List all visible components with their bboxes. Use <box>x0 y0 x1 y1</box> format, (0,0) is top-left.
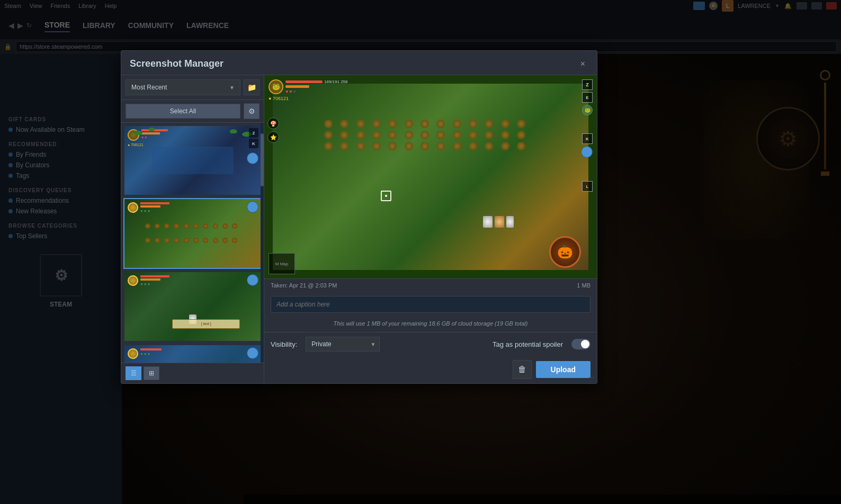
preview-size: 1 MB <box>577 282 591 289</box>
storage-info: This will use 1 MB of your remaining 18.… <box>264 317 597 332</box>
thumb-sign-3: [ text ] <box>172 319 240 329</box>
mini-map-label: M Map <box>275 262 288 266</box>
screenshot-manager-modal: Screenshot Manager × Most Recent ▼ 📁 Sel… <box>121 50 597 384</box>
thumb-screenshot-3: ● ● ● [ text ] <box>124 272 261 341</box>
preview-panel: 🐸 189/191 258 ♥ <box>264 75 597 383</box>
mini-map: M Map <box>269 253 295 274</box>
preview-image-area: 🐸 189/191 258 ♥ <box>264 75 597 278</box>
resize-handle[interactable]: ⋯ <box>588 374 595 381</box>
hud-avatar <box>581 146 593 158</box>
hud-key-z: Z <box>582 79 593 90</box>
thumb-player-icon-3 <box>128 275 138 286</box>
thumbnail-list[interactable]: ♥ ♥ ♥ ● 706121 Z K <box>121 123 264 363</box>
visibility-select[interactable]: Private Public Friends Only <box>306 337 380 352</box>
caption-area <box>264 292 597 317</box>
preview-meta: Taken: Apr 21 @ 2:03 PM 1 MB <box>264 278 597 292</box>
char-2 <box>495 216 504 228</box>
visibility-row: Visibility: Private Public Friends Only … <box>264 332 597 356</box>
mp-bar-row <box>285 85 348 88</box>
thumb-content-1 <box>151 147 233 174</box>
sort-dropdown[interactable]: Most Recent ▼ <box>126 79 240 95</box>
modal-header: Screenshot Manager × <box>121 51 597 75</box>
thumbnail-item[interactable]: ♥ ♥ ♥ ● 706121 Z K <box>123 125 262 196</box>
char-3 <box>506 216 514 228</box>
target-crosshair <box>381 191 391 201</box>
open-folder-button[interactable]: 📁 <box>244 79 260 95</box>
heart-1-icon: ♥ <box>285 89 288 94</box>
boss-icon: 🎃 <box>549 236 581 268</box>
hud-key-l: L <box>582 181 593 192</box>
heart-2-icon: ♥ <box>289 89 292 94</box>
health-bars: 189/191 258 ♥ ♥ ♥ <box>285 79 348 94</box>
settings-button[interactable]: ⚙ <box>244 103 260 119</box>
view-toggle: ☰ ⊞ <box>121 363 264 383</box>
sort-dropdown-text: Most Recent <box>131 84 229 91</box>
thumb-player-icon-2 <box>128 202 138 213</box>
health-bar-container: 🐸 189/191 258 ♥ <box>269 79 348 94</box>
thumb-screenshot-4: ● ● ● <box>124 345 261 363</box>
list-view-icon: ☰ <box>131 370 137 377</box>
mana-bar <box>285 85 309 88</box>
thumb-avatar-1 <box>247 152 258 164</box>
spoiler-toggle[interactable] <box>571 339 591 349</box>
thumb-hud-4: ● ● ● <box>140 348 162 356</box>
delete-button[interactable]: 🗑 <box>513 360 532 379</box>
game-hud: 🐸 189/191 258 ♥ <box>269 79 348 101</box>
grid-view-button[interactable]: ⊞ <box>144 366 159 380</box>
preview-border-trees <box>264 75 597 278</box>
enemy-grid <box>324 120 530 150</box>
coin-display: ● 706121 <box>269 96 348 101</box>
thumbnail-item-active[interactable]: ● ● ● <box>123 198 262 269</box>
hud-right: Z E 🐸 K L <box>581 79 593 192</box>
visibility-label: Visibility: <box>271 340 297 348</box>
action-row: 🗑 Upload <box>264 356 597 383</box>
modal-close-button[interactable]: × <box>577 59 588 69</box>
thumb-avatar-4 <box>247 347 258 359</box>
delete-icon: 🗑 <box>518 365 526 374</box>
thumb-screenshot-1: ♥ ♥ ♥ ● 706121 Z K <box>124 126 261 195</box>
hud-skill-icon: 🐸 <box>582 105 593 115</box>
hp-text: 189/191 258 <box>324 79 348 84</box>
select-all-row: Select All ⚙ <box>121 100 264 123</box>
folder-icon: 📁 <box>247 83 256 92</box>
thumb-hud-3: ● ● ● <box>140 275 169 286</box>
storage-text: This will use 1 MB of your remaining 18.… <box>334 320 528 327</box>
spoiler-label: Tag as potential spoiler <box>493 340 563 348</box>
thumbnail-controls: Most Recent ▼ 📁 <box>121 75 264 100</box>
thumbnail-item-3[interactable]: ● ● ● [ text ] <box>123 271 262 342</box>
select-all-button[interactable]: Select All <box>126 104 240 119</box>
scroll-thumb[interactable] <box>261 133 264 186</box>
thumbnail-item-4[interactable]: ● ● ● <box>123 344 262 363</box>
heart-3-icon: ♥ <box>293 89 296 94</box>
char-1 <box>483 216 493 228</box>
preview-date: Taken: Apr 21 @ 2:03 PM <box>271 282 337 289</box>
list-view-button[interactable]: ☰ <box>126 366 141 380</box>
player-avatar-game: 🐸 <box>269 79 283 94</box>
enemy-army <box>324 120 530 150</box>
dropdown-caret-icon: ▼ <box>229 85 235 91</box>
upload-button[interactable]: Upload <box>536 361 591 378</box>
thumb-hud-2: ● ● ● <box>140 202 169 213</box>
thumb-avatar-3 <box>247 274 258 286</box>
caption-input[interactable] <box>271 296 591 313</box>
thumb-right-icons-1: Z K <box>249 128 258 148</box>
modal-body: Most Recent ▼ 📁 Select All ⚙ <box>121 75 597 383</box>
thumb-enemies-2 <box>145 223 240 251</box>
thumb-screenshot-2: ● ● ● <box>124 199 261 268</box>
hud-key-e: E <box>582 92 593 103</box>
toggle-knob <box>581 340 589 348</box>
skill-icon-2: ⭐ <box>267 131 279 143</box>
hud-key-k: K <box>582 133 593 144</box>
grid-view-icon: ⊞ <box>149 370 154 377</box>
scrollbar[interactable] <box>261 123 264 363</box>
thumb-avatar-2 <box>247 201 258 213</box>
preview-screenshot: 🐸 189/191 258 ♥ <box>264 75 597 278</box>
thumbnail-panel: Most Recent ▼ 📁 Select All ⚙ <box>121 75 264 383</box>
health-bar <box>285 80 323 83</box>
boss-emoji: 🎃 <box>557 245 573 259</box>
thumb-player-icon-4 <box>128 348 138 359</box>
left-hud-icons: 🍄 ⭐ <box>267 118 279 143</box>
hearts-display: ♥ ♥ ♥ <box>285 89 348 94</box>
hp-bar-row: 189/191 258 <box>285 79 348 84</box>
modal-title: Screenshot Manager <box>130 58 223 69</box>
